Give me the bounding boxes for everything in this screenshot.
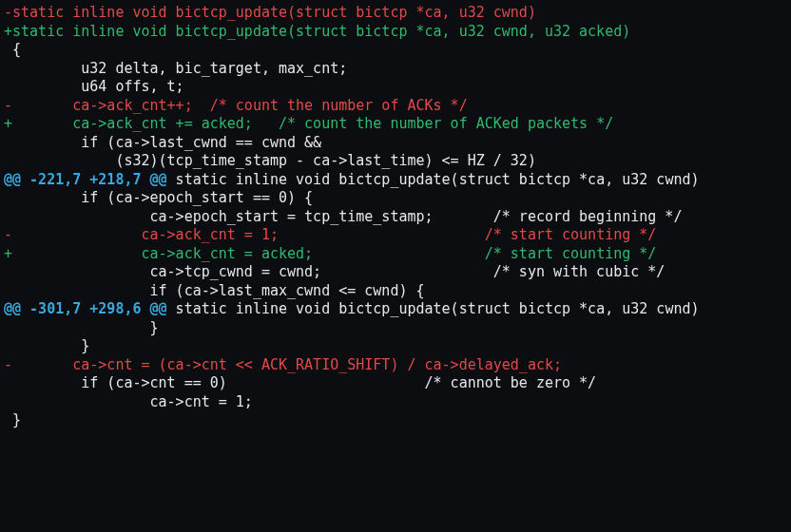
diff-seg <box>4 189 12 206</box>
diff-seg: } <box>12 319 159 336</box>
diff-seg <box>4 319 12 336</box>
diff-seg <box>12 97 72 114</box>
diff-seg: - <box>4 226 12 243</box>
diff-viewer: -static inline void bictcp_update(struct… <box>0 0 791 434</box>
diff-seg: static inline void bictcp_update(struct … <box>12 4 536 21</box>
diff-seg: @@ -301,7 +298,6 @@ <box>4 300 167 317</box>
diff-seg: ca->tcp_cwnd = cwnd; /* syn with cubic *… <box>12 263 665 280</box>
diff-line: } <box>4 411 787 430</box>
diff-seg: u32 delta, bic_target, max_cnt; <box>12 60 347 77</box>
diff-seg <box>4 78 12 95</box>
diff-seg: static inline void bictcp_update(struct … <box>167 300 700 317</box>
diff-line: +static inline void bictcp_update(struct… <box>4 23 787 42</box>
diff-line: ca->tcp_cwnd = cwnd; /* syn with cubic *… <box>4 263 787 282</box>
diff-seg: ca->ack_cnt = 1; <box>142 226 280 243</box>
diff-line: } <box>4 337 787 356</box>
diff-seg <box>4 282 12 299</box>
diff-seg <box>12 245 141 262</box>
diff-seg <box>12 356 72 373</box>
diff-seg: @@ -221,7 +218,7 @@ <box>4 171 167 188</box>
diff-seg: ca->ack_cnt = acked; <box>142 245 314 262</box>
diff-seg: u64 offs, t; <box>12 78 184 95</box>
diff-line: (s32)(tcp_time_stamp - ca->last_time) <=… <box>4 152 787 171</box>
diff-line: u32 delta, bic_target, max_cnt; <box>4 60 787 79</box>
diff-line: if (ca->last_cwnd == cwnd && <box>4 134 787 153</box>
diff-seg <box>12 226 141 243</box>
diff-line: if (ca->cnt == 0) /* cannot be zero */ <box>4 374 787 393</box>
diff-seg <box>313 245 485 262</box>
diff-seg: } <box>12 337 89 354</box>
diff-seg <box>4 208 12 225</box>
diff-line: - ca->ack_cnt = 1; /* start counting */ <box>4 226 787 245</box>
diff-line: u64 offs, t; <box>4 78 787 97</box>
diff-seg: if (ca->last_max_cwnd <= cwnd) { <box>12 282 424 299</box>
diff-line: if (ca->epoch_start == 0) { <box>4 189 787 208</box>
diff-seg <box>4 263 12 280</box>
diff-seg <box>4 60 12 77</box>
diff-line: + ca->ack_cnt = acked; /* start counting… <box>4 245 787 264</box>
diff-seg: ca->ack_cnt++; /* count the number of AC… <box>72 97 467 114</box>
diff-line: if (ca->last_max_cwnd <= cwnd) { <box>4 282 787 301</box>
diff-seg: { <box>12 41 21 58</box>
diff-seg: ca->cnt = (ca->cnt << ACK_RATIO_SHIFT) /… <box>72 356 562 373</box>
diff-line: { <box>4 41 787 60</box>
diff-line: @@ -301,7 +298,6 @@ static inline void b… <box>4 300 787 319</box>
diff-line: - ca->ack_cnt++; /* count the number of … <box>4 97 787 116</box>
diff-seg: static inline void bictcp_update(struct … <box>167 171 700 188</box>
diff-seg <box>4 411 12 428</box>
diff-seg <box>4 374 12 391</box>
diff-seg: + <box>4 245 12 262</box>
diff-seg: if (ca->cnt == 0) /* cannot be zero */ <box>12 374 596 391</box>
diff-seg: ca->ack_cnt += acked; /* count the numbe… <box>72 115 613 132</box>
diff-seg <box>4 393 12 410</box>
diff-seg: + <box>4 23 12 40</box>
diff-seg <box>4 337 12 354</box>
diff-line: + ca->ack_cnt += acked; /* count the num… <box>4 115 787 134</box>
diff-seg: } <box>12 411 21 428</box>
diff-seg <box>12 115 72 132</box>
diff-seg: + <box>4 115 12 132</box>
diff-line: -static inline void bictcp_update(struct… <box>4 4 787 23</box>
diff-seg: - <box>4 4 12 21</box>
diff-line: ca->cnt = 1; <box>4 393 787 412</box>
diff-seg: - <box>4 97 12 114</box>
diff-seg: static inline void bictcp_update(struct … <box>12 23 630 40</box>
diff-line: - ca->cnt = (ca->cnt << ACK_RATIO_SHIFT)… <box>4 356 787 375</box>
diff-seg <box>4 134 12 151</box>
diff-line: @@ -221,7 +218,7 @@ static inline void b… <box>4 171 787 190</box>
diff-seg <box>279 226 485 243</box>
diff-seg <box>4 152 12 169</box>
diff-seg: - <box>4 356 12 373</box>
diff-line: } <box>4 319 787 338</box>
diff-seg: ca->cnt = 1; <box>12 393 253 410</box>
diff-seg: (s32)(tcp_time_stamp - ca->last_time) <=… <box>12 152 536 169</box>
diff-seg: if (ca->epoch_start == 0) { <box>12 189 313 206</box>
diff-seg: if (ca->last_cwnd == cwnd && <box>12 134 321 151</box>
diff-seg: /* start counting */ <box>485 245 657 262</box>
diff-line: ca->epoch_start = tcp_time_stamp; /* rec… <box>4 208 787 227</box>
diff-seg: ca->epoch_start = tcp_time_stamp; /* rec… <box>12 208 682 225</box>
diff-seg <box>4 41 12 58</box>
diff-seg: /* start counting */ <box>485 226 657 243</box>
